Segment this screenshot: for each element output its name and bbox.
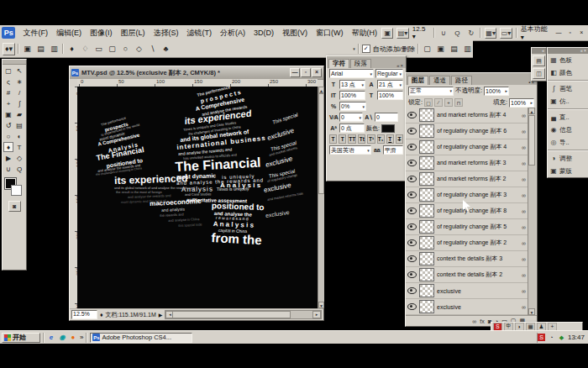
path-op-add-button[interactable]: ▢ bbox=[422, 44, 433, 55]
layer-thumbnail[interactable] bbox=[419, 124, 434, 138]
ime-keyboard-icon[interactable]: ▦ bbox=[526, 323, 535, 331]
doc-minimize-button[interactable]: — bbox=[290, 68, 300, 77]
tab-channels[interactable]: 通道 bbox=[429, 76, 450, 85]
visibility-eye-icon[interactable] bbox=[407, 255, 417, 262]
visibility-eye-icon[interactable] bbox=[407, 303, 417, 310]
layer-row[interactable]: context the details 副本 3∞ bbox=[406, 251, 528, 267]
layer-style-icon[interactable]: fx bbox=[480, 318, 484, 324]
arrange-documents-icon[interactable]: ▦▾ bbox=[485, 28, 496, 39]
tray-antivirus-icon[interactable]: ◆ bbox=[558, 334, 565, 341]
horizontal-scale-field[interactable]: 100% bbox=[377, 91, 403, 100]
visibility-eye-icon[interactable] bbox=[407, 160, 417, 166]
language-select[interactable]: 美国英语▾ bbox=[329, 145, 371, 155]
menu-文件[interactable]: 文件(F) bbox=[18, 28, 52, 39]
history-panel-icon[interactable]: ▤ bbox=[533, 55, 545, 66]
anti-alias-select[interactable]: 平滑 bbox=[383, 145, 403, 155]
lock-position-icon[interactable]: + bbox=[444, 98, 453, 107]
layer-thumbnail[interactable] bbox=[419, 108, 434, 122]
eyedropper-tool[interactable]: / bbox=[14, 87, 24, 97]
pen-tool-button[interactable]: ♦ bbox=[66, 44, 77, 55]
layers-scroll-up[interactable]: ▲ bbox=[528, 108, 535, 114]
freeform-pen-tool-button[interactable]: ♢ bbox=[80, 44, 91, 55]
layers-scrollbar[interactable]: ▲ ▼ bbox=[528, 108, 536, 315]
strikethrough-button[interactable]: T bbox=[396, 134, 403, 144]
custom-shape-tool-button[interactable]: ♣ bbox=[160, 44, 171, 55]
text-color-swatch[interactable] bbox=[381, 124, 395, 133]
brush-tool[interactable]: ∫ bbox=[14, 98, 24, 108]
ime-lang-icon[interactable]: 中 bbox=[504, 323, 513, 331]
rotate-view-icon[interactable]: ↻ bbox=[466, 29, 476, 38]
dock-item-navigator[interactable]: ◎导.. bbox=[548, 136, 588, 149]
opacity-field[interactable]: 100%▸ bbox=[484, 87, 509, 96]
dock-item-color[interactable]: ◧颜色 bbox=[548, 66, 588, 79]
tray-s-icon[interactable]: S bbox=[538, 334, 545, 341]
layer-comps-panel-icon[interactable]: ◫ bbox=[533, 68, 545, 79]
layer-row[interactable]: and market reforms 副本 3∞ bbox=[406, 155, 528, 171]
lock-all-icon[interactable]: ⊓ bbox=[454, 98, 463, 107]
layer-thumbnail[interactable] bbox=[419, 252, 434, 265]
layer-row[interactable]: of regulatiry change 副本 2∞ bbox=[406, 235, 528, 251]
pen-tool[interactable]: ♦ bbox=[3, 142, 13, 152]
layer-thumbnail[interactable] bbox=[419, 204, 434, 218]
menu-帮助[interactable]: 帮助(H) bbox=[347, 28, 381, 39]
path-op-subtract-button[interactable]: ▣ bbox=[435, 44, 446, 55]
menu-滤镜[interactable]: 滤镜(T) bbox=[182, 28, 216, 39]
close-button[interactable]: × bbox=[577, 29, 585, 37]
workspace-switcher[interactable]: 基本功能 ▾ bbox=[521, 24, 552, 41]
layer-thumbnail[interactable] bbox=[419, 188, 434, 202]
shape-options-dropdown-icon[interactable]: ▾ bbox=[353, 46, 355, 51]
font-family-select[interactable]: Arial▾ bbox=[329, 69, 374, 78]
zoom-tool-icon[interactable]: Q bbox=[452, 29, 462, 38]
zoom-percentage-field[interactable]: 12.5% bbox=[71, 310, 97, 319]
layer-row[interactable]: of regulatiry change 副本 4∞ bbox=[406, 139, 528, 155]
doc-restore-button[interactable]: ▫ bbox=[301, 68, 311, 77]
hand-tool[interactable]: ∪ bbox=[3, 164, 13, 174]
menu-视图[interactable]: 视图(V) bbox=[278, 28, 312, 39]
link-layers-icon[interactable]: ∞ bbox=[472, 318, 476, 324]
dock-item-adjustments[interactable]: ◑调整 bbox=[548, 152, 588, 165]
layer-thumbnail[interactable] bbox=[419, 172, 434, 186]
scroll-right-button[interactable]: ▸ bbox=[312, 311, 321, 318]
status-menu-arrow[interactable]: ▶ bbox=[159, 312, 163, 318]
tab-character[interactable]: 字符 bbox=[328, 59, 349, 68]
font-size-field[interactable]: 13 点▾ bbox=[339, 80, 365, 89]
blur-tool[interactable]: ○ bbox=[3, 131, 13, 141]
layer-row[interactable]: of regulatiry change 副本 3∞ bbox=[406, 187, 528, 203]
ime-tools-icon[interactable]: + bbox=[548, 323, 557, 331]
shape-layers-mode-button[interactable]: ▣ bbox=[22, 44, 33, 55]
vertical-scale-field[interactable]: 100% bbox=[339, 91, 365, 100]
leading-field[interactable]: 21 点▾ bbox=[377, 80, 403, 89]
layer-thumbnail[interactable] bbox=[419, 140, 434, 154]
quick-launch-overflow[interactable]: » bbox=[80, 334, 83, 341]
zoom-tool[interactable]: Q bbox=[14, 164, 24, 174]
hand-tool-icon[interactable]: ∪ bbox=[438, 29, 449, 38]
faux-bold-button[interactable]: T bbox=[329, 134, 337, 144]
visibility-eye-icon[interactable] bbox=[407, 287, 417, 294]
tab-paragraph[interactable]: 段落 bbox=[350, 59, 371, 68]
dock-item-histogram[interactable]: ▄直.. bbox=[548, 111, 588, 124]
scroll-up-button[interactable]: ▲ bbox=[318, 87, 324, 93]
menu-编辑[interactable]: 编辑(E) bbox=[52, 28, 86, 39]
visibility-eye-icon[interactable] bbox=[407, 112, 417, 118]
horizontal-scrollbar[interactable]: ◂ ▸ bbox=[165, 310, 322, 319]
rectangular-marquee-tool[interactable]: ▢ bbox=[3, 66, 13, 76]
dock-collapse-icon[interactable]: « bbox=[532, 48, 546, 54]
kerning-field[interactable]: 0▾ bbox=[339, 113, 363, 122]
path-selection-tool[interactable]: ▶ bbox=[3, 153, 13, 163]
layer-thumbnail[interactable] bbox=[419, 268, 434, 281]
ellipse-tool-button[interactable]: ○ bbox=[120, 44, 131, 55]
view-extras-icon[interactable]: ▤▾ bbox=[396, 28, 408, 39]
layer-thumbnail[interactable] bbox=[419, 236, 434, 250]
vertical-scrollbar[interactable]: ▲ ▼ bbox=[318, 87, 324, 308]
visibility-eye-icon[interactable] bbox=[407, 223, 417, 230]
panel-collapse-icon[interactable]: «× bbox=[396, 63, 404, 68]
menu-选择[interactable]: 选择(S) bbox=[149, 28, 182, 39]
visibility-eye-icon[interactable] bbox=[407, 192, 417, 198]
layers-scroll-thumb[interactable] bbox=[528, 115, 535, 166]
dock-item-masks[interactable]: ▣蒙版 bbox=[548, 165, 588, 177]
layer-thumbnail[interactable] bbox=[419, 156, 434, 170]
doc-close-button[interactable]: × bbox=[312, 68, 322, 77]
underline-button[interactable]: T bbox=[386, 134, 394, 144]
screen-mode-icon[interactable]: ▭▾ bbox=[500, 28, 512, 39]
menu-3D[interactable]: 3D(D) bbox=[249, 29, 278, 37]
